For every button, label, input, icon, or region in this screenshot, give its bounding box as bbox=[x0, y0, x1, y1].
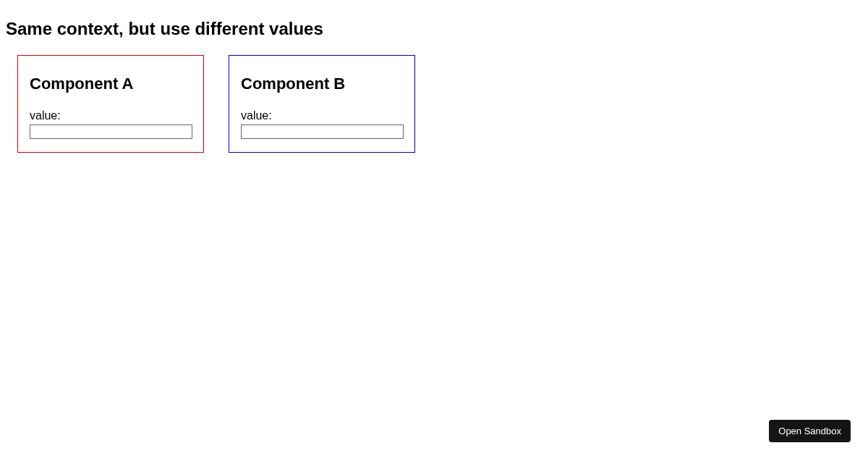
component-b-box: Component B value: bbox=[229, 55, 415, 153]
component-b-value-label: value: bbox=[241, 109, 403, 122]
component-a-title: Component A bbox=[30, 75, 192, 93]
component-a-value-input[interactable] bbox=[30, 124, 192, 139]
component-a-box: Component A value: bbox=[17, 55, 204, 153]
components-row: Component A value: Component B value: bbox=[6, 55, 862, 153]
open-sandbox-button[interactable]: Open Sandbox bbox=[769, 420, 851, 442]
page-heading: Same context, but use different values bbox=[6, 19, 862, 39]
component-b-value-input[interactable] bbox=[241, 124, 404, 139]
component-a-value-label: value: bbox=[30, 109, 192, 122]
component-b-title: Component B bbox=[241, 75, 403, 93]
